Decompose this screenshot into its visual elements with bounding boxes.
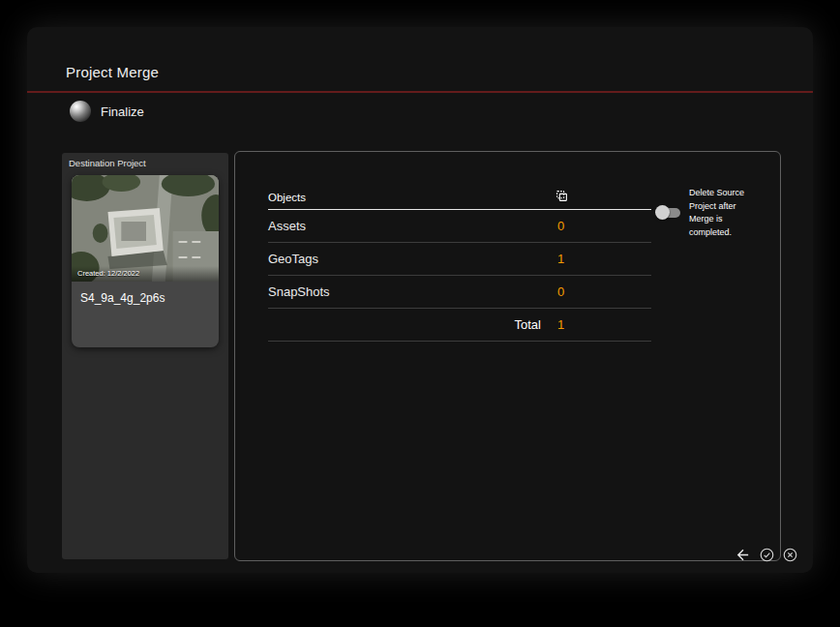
total-label: Total bbox=[515, 317, 541, 332]
project-name: S4_9a_4g_2p6s bbox=[72, 282, 219, 314]
row-label: SnapShots bbox=[268, 284, 330, 299]
project-thumbnail: Created: 12/2/2022 bbox=[72, 175, 219, 282]
table-row: SnapShots 0 bbox=[268, 276, 651, 309]
destination-project-panel: Destination Project bbox=[62, 153, 228, 559]
step-sphere-icon bbox=[70, 101, 91, 122]
created-date-label: Created: 12/2/2022 bbox=[72, 266, 219, 282]
objects-table: Objects Assets 0 GeoTags 1 SnapShots 0 bbox=[268, 185, 651, 342]
row-label: Assets bbox=[268, 219, 306, 233]
objects-header-label: Objects bbox=[268, 192, 306, 203]
table-total-row: Total 1 bbox=[268, 309, 651, 342]
toggle-knob[interactable] bbox=[655, 205, 670, 220]
step-label: Finalize bbox=[101, 104, 144, 119]
project-merge-dialog: Project Merge Finalize Destination Proje… bbox=[27, 27, 813, 573]
back-arrow-icon[interactable] bbox=[735, 547, 751, 563]
row-value: 0 bbox=[557, 284, 564, 299]
delete-source-label: Delete Source Project after Merge is com… bbox=[689, 187, 751, 239]
dialog-actions bbox=[735, 547, 797, 563]
row-value: 1 bbox=[557, 252, 564, 266]
close-icon[interactable] bbox=[783, 548, 797, 562]
page-title: Project Merge bbox=[66, 64, 159, 80]
confirm-icon[interactable] bbox=[760, 548, 774, 562]
table-row: Assets 0 bbox=[268, 210, 651, 243]
merge-count-icon bbox=[555, 190, 568, 204]
merge-summary-panel: Objects Assets 0 GeoTags 1 SnapShots 0 bbox=[234, 151, 781, 561]
finalize-step: Finalize bbox=[70, 101, 144, 122]
title-divider bbox=[27, 91, 813, 93]
destination-project-card: Created: 12/2/2022 S4_9a_4g_2p6s bbox=[72, 175, 219, 347]
total-value: 1 bbox=[557, 317, 564, 332]
destination-project-label: Destination Project bbox=[62, 153, 228, 172]
delete-source-toggle[interactable] bbox=[657, 208, 680, 218]
row-label: GeoTags bbox=[268, 252, 318, 266]
table-row: GeoTags 1 bbox=[268, 243, 651, 276]
row-value: 0 bbox=[557, 219, 564, 233]
delete-source-option: Delete Source Project after Merge is com… bbox=[657, 187, 783, 239]
objects-table-header: Objects bbox=[268, 185, 651, 210]
